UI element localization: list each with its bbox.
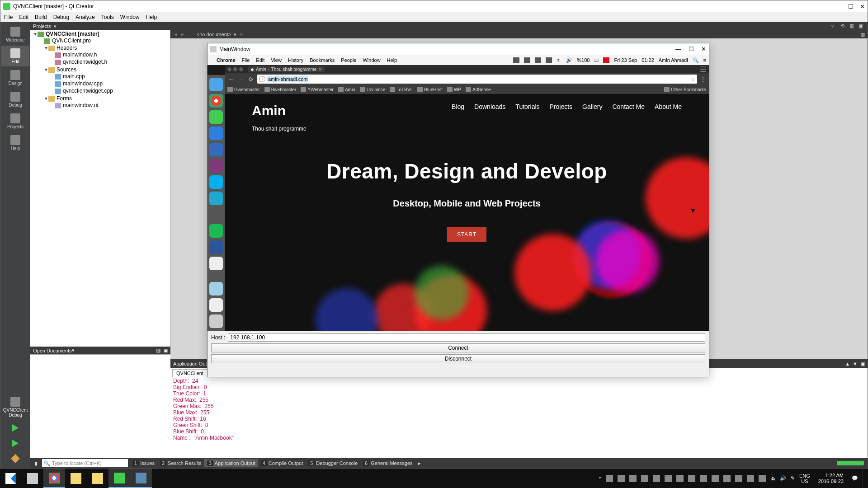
nav-projects[interactable]: Projects (550, 103, 573, 110)
network-icon[interactable]: 🖧 (770, 476, 775, 481)
vnc-titlebar[interactable]: MainWindow — ☐ ✕ (208, 43, 709, 55)
dock-spotify-icon[interactable] (209, 224, 223, 238)
host-input[interactable] (228, 333, 705, 342)
expander-icon[interactable]: ▾ (44, 95, 48, 102)
mac-menu-people[interactable]: People (341, 57, 356, 63)
reload-button[interactable]: ⟳ (247, 76, 255, 83)
back-button[interactable]: ← (227, 76, 235, 83)
spotlight-icon[interactable]: 🔍 (693, 57, 699, 63)
close-panel-icon[interactable]: ▣ (163, 347, 168, 353)
tree-file[interactable]: qvncclientwidget.h (63, 59, 107, 65)
chevron-down-icon[interactable]: ▾ (234, 32, 236, 38)
chrome-tab[interactable]: ◆Amin – Thou shalt programme✕ (248, 66, 325, 72)
mode-debug[interactable]: Debug (1, 89, 29, 110)
close-button[interactable]: ✕ (701, 46, 706, 52)
mac-time[interactable]: 01:22 (642, 57, 654, 63)
profile-icon[interactable]: ☰ (700, 65, 706, 74)
tree-headers[interactable]: Headers (57, 45, 77, 51)
dock-word-icon[interactable] (209, 240, 223, 254)
filter-icon[interactable]: ▿ (831, 23, 838, 29)
tray-icon[interactable] (606, 475, 613, 482)
start-button[interactable] (0, 469, 22, 488)
nav-down-icon[interactable]: ▼ (853, 361, 858, 367)
run-button[interactable] (9, 421, 22, 435)
tree-sources[interactable]: Sources (57, 66, 76, 73)
mode-projects[interactable]: Projects (1, 111, 29, 131)
other-bookmarks[interactable]: Other Bookmarks (664, 87, 706, 92)
volume-icon[interactable]: 🔊 (780, 475, 786, 481)
tray-icon[interactable] (653, 475, 660, 482)
taskbar-explorer[interactable] (87, 469, 108, 488)
dock-skype-icon[interactable] (209, 175, 223, 189)
sidebar-toggle-icon[interactable]: ▮ (32, 459, 40, 467)
mac-user[interactable]: Amin Ahmadi (659, 57, 688, 63)
menu-build[interactable]: Build (35, 14, 47, 20)
split-icon[interactable]: ▥ (849, 23, 856, 29)
tray-icon[interactable] (618, 475, 625, 482)
minimize-button[interactable]: — (836, 3, 842, 10)
status-compile[interactable]: 4Compile Output (258, 459, 306, 467)
status-issues[interactable]: 1Issues (130, 459, 157, 467)
menu-analyze[interactable]: Analyze (75, 14, 95, 20)
tray-icon[interactable] (712, 475, 719, 482)
bookmark-item[interactable]: ToTRVL (390, 87, 413, 92)
tree-file[interactable]: main.cpp (63, 73, 85, 80)
output-tab[interactable]: QVNCClient (172, 369, 208, 377)
nav-back-icon[interactable]: ◄ (173, 32, 178, 37)
split-editor-icon[interactable]: ▥ (860, 32, 865, 38)
taskbar-clock[interactable]: 1:22 AM2016-09-23 (815, 473, 847, 484)
tray-icon[interactable] (546, 57, 552, 63)
mac-menu-edit[interactable]: Edit (256, 57, 264, 63)
tray-icon[interactable] (759, 475, 766, 482)
split-icon[interactable]: ▥ (156, 347, 160, 353)
bookmark-item[interactable]: Gwebmaster (227, 87, 260, 92)
nav-blog[interactable]: Blog (452, 103, 464, 110)
taskbar-explorer[interactable] (65, 469, 87, 488)
mode-welcome[interactable]: Welcome (1, 24, 29, 45)
maximize-pane-icon[interactable]: ▣ (860, 361, 865, 367)
action-center-icon[interactable]: 💬 (852, 475, 858, 481)
projects-label[interactable]: Projects (33, 23, 51, 29)
status-app-output[interactable]: 3Application Output (204, 459, 258, 467)
mode-design[interactable]: Design (1, 67, 29, 88)
tray-icon[interactable] (735, 475, 742, 482)
taskbar-qtcreator[interactable] (108, 469, 130, 488)
address-bar[interactable]: i amin-ahmadi.com ☆ (257, 75, 697, 84)
run-debug-button[interactable] (9, 436, 22, 450)
chevron-down-icon[interactable]: ▾ (72, 347, 75, 353)
nav-up-icon[interactable]: ▲ (845, 361, 850, 367)
maximize-button[interactable]: ☐ (689, 46, 694, 52)
chrome-menu-icon[interactable]: ⋮ (700, 75, 706, 83)
bookmark-item[interactable]: Amin (338, 87, 355, 92)
tree-file[interactable]: mainwindow.h (63, 52, 97, 58)
kit-selector[interactable]: QVNCClientDebug (1, 394, 29, 420)
menu-file[interactable]: File (4, 14, 13, 20)
mode-edit[interactable]: Edit (1, 46, 29, 66)
pen-icon[interactable]: ✎ (791, 475, 795, 481)
notifications-icon[interactable]: ≡ (703, 57, 706, 63)
mac-menu-help[interactable]: Help (387, 57, 397, 63)
nav-downloads[interactable]: Downloads (474, 103, 505, 110)
disconnect-button[interactable]: Disconnect (211, 354, 705, 363)
mac-menu-bookmarks[interactable]: Bookmarks (310, 57, 335, 63)
dock-trash-icon[interactable] (209, 314, 223, 328)
status-debugger[interactable]: 5Debugger Console (306, 459, 360, 467)
site-title[interactable]: Amin (252, 103, 307, 118)
output-body[interactable]: Depth: 24 Big Endian: 0 True Color: 1 Re… (170, 377, 868, 458)
taskbar-chrome[interactable] (43, 469, 65, 488)
battery-text[interactable]: %100 (577, 57, 590, 63)
vnc-remote-screen[interactable]: Chrome File Edit View History Bookmarks … (208, 55, 709, 331)
status-more-icon[interactable]: ▸ (415, 459, 424, 467)
mac-menu-view[interactable]: View (271, 57, 282, 63)
dock-appstore-icon[interactable] (209, 143, 223, 156)
close-traffic-icon[interactable] (227, 67, 231, 71)
menu-edit[interactable]: Edit (19, 14, 28, 20)
mac-date[interactable]: Fri 23 Sep (614, 57, 637, 63)
mode-help[interactable]: Help (1, 132, 29, 153)
connect-button[interactable]: Connect (211, 343, 705, 352)
menu-help[interactable]: Help (146, 14, 157, 20)
tree-file[interactable]: mainwindow.cpp (63, 80, 103, 87)
dock-downloads-icon[interactable] (209, 282, 223, 296)
dock-app-icon[interactable] (209, 192, 223, 205)
menu-tools[interactable]: Tools (101, 14, 114, 20)
